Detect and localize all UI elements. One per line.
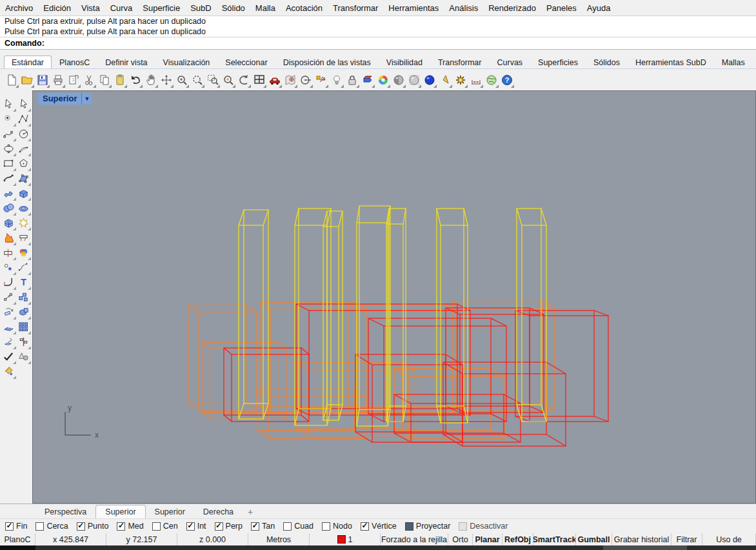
tab-so-lidos[interactable]: Sólidos	[586, 56, 628, 68]
tab-disposicio-n-de-las-vistas[interactable]: Disposición de las vistas	[275, 56, 379, 68]
explode-star-icon[interactable]	[16, 216, 31, 230]
print-icon[interactable]	[50, 72, 66, 88]
new-file-icon[interactable]	[4, 72, 19, 88]
bucket-icon[interactable]	[1, 364, 16, 379]
ellipse-icon[interactable]	[1, 141, 16, 156]
copy-page-icon[interactable]	[66, 72, 81, 88]
menu-subd[interactable]: SubD	[185, 1, 217, 15]
move-objects-icon[interactable]	[313, 72, 329, 88]
viewport-title-label[interactable]: Superior	[38, 93, 81, 105]
menu-paneles[interactable]: Paneles	[541, 1, 582, 15]
status-pane-forzado-a-la-rejilla[interactable]: Forzado a la rejilla	[381, 533, 448, 545]
cut-icon[interactable]	[81, 72, 97, 88]
color-wheel-icon[interactable]	[375, 72, 391, 88]
polygon-icon[interactable]	[16, 156, 31, 171]
earth-icon[interactable]	[484, 72, 499, 88]
status-pane-grabar-historial[interactable]: Grabar historial	[612, 533, 671, 545]
text-tool-icon[interactable]: T	[16, 275, 31, 290]
paste-icon[interactable]	[112, 72, 128, 88]
zoom-selected-icon[interactable]	[221, 72, 236, 88]
status-pane-planoc[interactable]: PlanoC	[0, 533, 35, 545]
distribute-tool-icon[interactable]	[16, 334, 31, 349]
checkbox-icon[interactable]	[117, 522, 125, 531]
dot-pair-icon[interactable]	[1, 260, 16, 275]
patch-surface-icon[interactable]	[1, 186, 16, 201]
rotate-tool-icon[interactable]	[1, 305, 16, 320]
status-pane-metros[interactable]: Metros	[248, 533, 310, 545]
menu-renderizado[interactable]: Renderizado	[483, 1, 541, 15]
menu-curva[interactable]: Curva	[105, 1, 138, 15]
blend-curve-icon[interactable]	[16, 260, 31, 275]
wireframe-box[interactable]	[189, 305, 256, 410]
tab-seleccionar[interactable]: Seleccionar	[217, 56, 275, 68]
menu-vista[interactable]: Vista	[76, 1, 105, 15]
checkbox-icon[interactable]	[459, 522, 467, 531]
zoom-in-icon[interactable]	[174, 72, 190, 88]
split-tool-icon[interactable]	[1, 245, 16, 260]
point-icon[interactable]	[1, 112, 16, 127]
checkbox-icon[interactable]	[251, 522, 259, 531]
srf-points-icon[interactable]	[16, 171, 31, 186]
fillet-curve-icon[interactable]	[1, 275, 16, 290]
zoom-back-icon[interactable]	[236, 72, 252, 88]
render-tools-icon[interactable]	[437, 72, 453, 88]
circle-icon[interactable]	[16, 127, 31, 141]
wireframe-box[interactable]	[239, 210, 268, 419]
viewport-canvas[interactable]	[33, 91, 755, 503]
tab-esta-ndar[interactable]: Estándar	[4, 56, 52, 68]
handle-curve-icon[interactable]	[1, 171, 16, 186]
menu-edicion[interactable]: Edición	[38, 1, 76, 15]
status-pane-gumball[interactable]: Gumball	[576, 533, 612, 545]
menu-transformar[interactable]: Transformar	[328, 1, 383, 15]
status-pane-refobj[interactable]: RefObj	[502, 533, 533, 545]
box-solid-icon[interactable]	[16, 186, 31, 201]
wireframe-box[interactable]	[355, 354, 463, 442]
lock-icon[interactable]	[344, 72, 360, 88]
copy-icon[interactable]	[97, 72, 112, 88]
select-arrow-alt-icon[interactable]	[16, 97, 31, 112]
wireframe-box[interactable]	[446, 308, 544, 412]
menu-herramientas[interactable]: Herramientas	[383, 1, 444, 15]
osnap-cerca[interactable]: Cerca	[35, 522, 68, 531]
menu-acotacion[interactable]: Acotación	[281, 1, 328, 15]
menu-ayuda[interactable]: Ayuda	[582, 1, 616, 15]
rotate-view-icon[interactable]	[159, 72, 174, 88]
ghosted-sphere-icon[interactable]	[406, 72, 422, 88]
select-arrow-icon[interactable]	[1, 97, 16, 112]
wireframe-box[interactable]	[260, 303, 367, 412]
checkbox-icon[interactable]	[405, 522, 413, 531]
osnap-fin[interactable]: Fin	[5, 522, 27, 531]
trim-tool-icon[interactable]	[16, 230, 31, 245]
checkbox-icon[interactable]	[215, 522, 223, 531]
wireframe-box[interactable]	[296, 304, 470, 415]
status-pane-smarttrack[interactable]: SmartTrack	[533, 533, 576, 545]
tab-curvas[interactable]: Curvas	[489, 56, 530, 68]
primitives-icon[interactable]	[16, 349, 31, 364]
osnap-desactivar[interactable]: Desactivar	[459, 522, 508, 531]
checkbox-icon[interactable]	[186, 522, 195, 531]
zoom-dynamic-icon[interactable]	[190, 72, 205, 88]
layers-icon[interactable]	[360, 72, 375, 88]
osnap-cuad[interactable]: Cuad	[283, 522, 313, 531]
add-viewport-tab-icon[interactable]: +	[243, 505, 258, 518]
menu-archivo[interactable]: Archivo	[0, 1, 38, 15]
spheres-icon[interactable]	[1, 201, 16, 216]
tab-definir-vista[interactable]: Definir vista	[97, 56, 155, 68]
menu-superficie[interactable]: Superficie	[137, 1, 185, 15]
flame-icon[interactable]	[1, 230, 16, 245]
orient-tool-icon[interactable]	[1, 334, 16, 349]
map-icon[interactable]	[283, 72, 298, 88]
tab-transformar[interactable]: Transformar	[430, 56, 490, 68]
render-sphere-icon[interactable]	[422, 72, 437, 88]
wireframe-box[interactable]	[357, 206, 390, 426]
wireframe-box[interactable]	[386, 209, 406, 422]
boolean-union-icon[interactable]	[16, 305, 31, 320]
tab-mallas[interactable]: Mallas	[714, 56, 753, 68]
wireframe-box[interactable]	[257, 389, 366, 438]
move-points-icon[interactable]	[1, 290, 16, 305]
undo-icon[interactable]	[128, 72, 143, 88]
status-pane-filtrar[interactable]: Filtrar	[671, 533, 702, 545]
status-pane-orto[interactable]: Orto	[448, 533, 473, 545]
menu-malla[interactable]: Malla	[250, 1, 281, 15]
viewport-layout-icon[interactable]	[252, 72, 267, 88]
